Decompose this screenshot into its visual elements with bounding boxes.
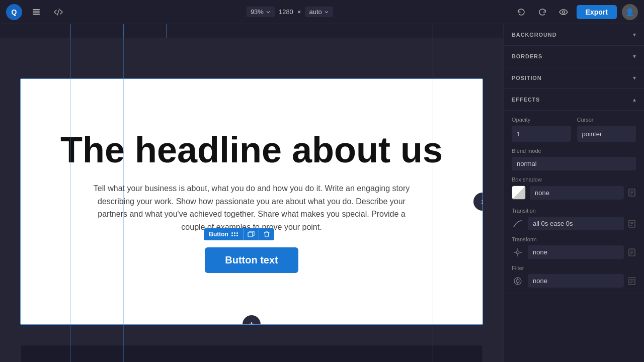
effects-section-header[interactable]: EFFECTS ▴ — [504, 89, 644, 111]
effects-content: Opacity 1 Cursor pointer Blend mode norm… — [504, 111, 644, 294]
filter-value[interactable]: none — [528, 274, 624, 288]
svg-point-4 — [562, 11, 565, 13]
page-headline: The headline about us — [60, 130, 443, 170]
preview-button[interactable] — [555, 4, 572, 20]
transform-value[interactable]: none — [528, 245, 624, 259]
ease-icon — [512, 218, 524, 230]
svg-rect-1 — [33, 11, 40, 13]
topbar-left: Q — [6, 4, 66, 20]
box-shadow-group: Box shadow none List of t — [512, 176, 636, 202]
opacity-cursor-row: Opacity 1 Cursor pointer — [512, 117, 636, 142]
transform-variables-icon[interactable] — [628, 248, 636, 256]
svg-point-24 — [516, 280, 519, 283]
redo-button[interactable] — [534, 4, 550, 20]
button-wrapper: Button — [205, 247, 298, 273]
dimension-separator: × — [297, 8, 301, 16]
zoom-value: 93% — [251, 8, 264, 16]
button-toolbar-label[interactable]: Button — [204, 228, 243, 240]
cursor-label: Cursor — [577, 117, 636, 123]
position-label: POSITION — [512, 75, 542, 81]
filter-group: Filter none — [512, 265, 636, 288]
box-shadow-color-swatch[interactable] — [512, 186, 526, 200]
box-shadow-label: Box shadow — [512, 176, 636, 183]
page-frame: The headline about us Tell what your bus… — [20, 78, 483, 325]
opacity-value[interactable]: 1 — [512, 126, 571, 142]
canvas-scroll: The headline about us Tell what your bus… — [0, 38, 503, 362]
background-label: BACKGROUND — [512, 32, 556, 38]
svg-rect-5 — [248, 232, 253, 237]
position-chevron: ▾ — [633, 74, 636, 81]
blend-mode-label: Blend mode — [512, 148, 636, 154]
dark-footer — [20, 345, 483, 362]
transition-row: all 0s ease 0s — [512, 217, 636, 230]
background-chevron: ▾ — [633, 31, 636, 38]
svg-line-3 — [57, 9, 59, 15]
svg-point-14 — [516, 251, 519, 254]
transition-label: Transition — [512, 208, 636, 214]
topbar-right: Export 👤 — [513, 4, 638, 20]
canvas-area: The headline about us Tell what your bus… — [0, 24, 503, 362]
transform-icon — [512, 246, 524, 258]
properties-panel: BACKGROUND ▾ BORDERS ▾ POSITION ▾ EFFECT… — [503, 24, 644, 362]
borders-chevron: ▾ — [633, 53, 636, 60]
topbar: Q 93% 1280 × auto — [0, 0, 644, 24]
filter-label: Filter — [512, 265, 636, 271]
main-area: The headline about us Tell what your bus… — [0, 24, 644, 362]
cursor-group: Cursor pointer — [577, 117, 636, 142]
blend-mode-group: Blend mode normal — [512, 148, 636, 170]
svg-rect-2 — [33, 14, 40, 15]
canvas-width: 1280 — [279, 8, 293, 16]
canvas-height: auto — [309, 8, 321, 16]
filter-icon — [512, 275, 524, 287]
ruler-bar — [0, 24, 503, 38]
svg-rect-0 — [33, 9, 40, 11]
cursor-value[interactable]: pointer — [577, 126, 636, 142]
filter-variables-icon[interactable] — [628, 277, 636, 285]
duplicate-button[interactable] — [244, 228, 259, 240]
opacity-group: Opacity 1 — [512, 117, 571, 142]
avatar[interactable]: 👤 — [622, 4, 638, 20]
blend-mode-value[interactable]: normal — [512, 157, 636, 170]
main-button[interactable]: Button text — [205, 247, 298, 273]
transition-variables-icon[interactable] — [628, 220, 636, 228]
height-selector[interactable]: auto — [305, 7, 333, 17]
effects-label: EFFECTS — [512, 97, 540, 103]
zoom-selector[interactable]: 93% — [247, 7, 275, 17]
position-section-header[interactable]: POSITION ▾ — [504, 67, 644, 89]
add-section-button[interactable]: + — [243, 315, 261, 325]
export-button[interactable]: Export — [577, 5, 617, 19]
code-button[interactable] — [50, 4, 66, 20]
logo[interactable]: Q — [6, 4, 22, 20]
transform-label: Transform — [512, 236, 636, 242]
borders-label: BORDERS — [512, 53, 542, 59]
button-actions — [243, 228, 274, 240]
opacity-label: Opacity — [512, 117, 571, 123]
filter-row: none — [512, 274, 636, 288]
transform-group: Transform none — [512, 236, 636, 259]
effects-chevron: ▴ — [633, 96, 636, 103]
transform-row: none — [512, 245, 636, 259]
transition-group: Transition all 0s ease 0s — [512, 208, 636, 230]
button-toolbar: Button — [204, 228, 274, 240]
transition-value[interactable]: all 0s ease 0s — [528, 217, 624, 230]
delete-button[interactable] — [259, 228, 274, 240]
topbar-center: 93% 1280 × auto — [247, 7, 333, 17]
borders-section-header[interactable]: BORDERS ▾ — [504, 46, 644, 67]
nav-arrow[interactable]: › — [473, 193, 483, 211]
background-section-header[interactable]: BACKGROUND ▾ — [504, 24, 644, 46]
undo-button[interactable] — [513, 4, 529, 20]
box-shadow-value[interactable]: none — [530, 186, 624, 200]
box-shadow-variables-icon[interactable] — [628, 189, 636, 197]
drag-handle[interactable] — [231, 232, 238, 236]
layers-button[interactable] — [28, 4, 44, 20]
box-shadow-row: none — [512, 186, 636, 200]
page-body-text: Tell what your business is about, what y… — [75, 182, 428, 233]
